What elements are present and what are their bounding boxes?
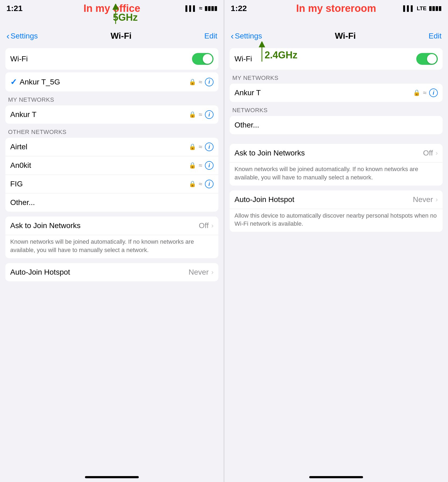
label-5ghz: 5GHz — [113, 12, 138, 23]
wifi-toggle-section-left: Wi-Fi — [5, 48, 218, 70]
auto-join-label-right: Auto-Join Hotspot — [234, 195, 294, 204]
status-icons-right: ▌▌▌ LTE ▮▮▮▮ — [403, 5, 442, 12]
network-fig: FIG — [10, 180, 23, 188]
home-indicator-left — [85, 476, 139, 478]
battery-icon-right: ▮▮▮▮ — [429, 5, 442, 12]
auto-join-row-right[interactable]: Auto-Join Hotspot Never › — [230, 190, 443, 209]
chevron-icon-ask-join-right: › — [436, 149, 438, 157]
status-icons-left: ▌▌▌ ≈ ▮▮▮▮ — [185, 5, 217, 12]
ask-join-value-right: Off — [423, 149, 433, 157]
wifi-icon-airtel: ≈ — [199, 143, 202, 151]
ask-join-section-right: Ask to Join Networks Off › Known network… — [230, 144, 443, 186]
my-networks-label-right: MY NETWORKS — [230, 75, 443, 84]
chevron-icon-auto-join-left: › — [211, 268, 214, 276]
info-icon-fig[interactable]: i — [205, 180, 214, 188]
chevron-icon-ask-join-left: › — [211, 222, 214, 229]
ask-join-row-right[interactable]: Ask to Join Networks Off › — [230, 144, 443, 162]
wifi-toggle-right[interactable] — [416, 53, 438, 65]
wifi-icon-left: ≈ — [199, 5, 202, 12]
network-other-right: Other... — [234, 121, 259, 129]
back-chevron-left: ‹ — [6, 31, 9, 41]
list-item: Airtel 🔒 ≈ i — [5, 138, 218, 156]
toggle-knob-right — [427, 54, 437, 64]
networks-section-right: NETWORKS Other... — [230, 107, 443, 134]
left-panel: 1:21 In my office ▌▌▌ ≈ ▮▮▮▮ 5GHz ‹ Sett… — [0, 0, 224, 482]
my-networks-section-left: MY NETWORKS Ankur T 🔒 ≈ i — [5, 96, 218, 124]
auto-join-label-left: Auto-Join Hotspot — [10, 268, 70, 277]
wifi-icon-ankurt-right: ≈ — [423, 89, 426, 97]
wifi-signal-icon-connected: ≈ — [199, 78, 202, 86]
info-icon-an0kit[interactable]: i — [205, 161, 214, 170]
edit-button-right[interactable]: Edit — [429, 32, 442, 40]
info-icon-ankurt[interactable]: i — [205, 110, 214, 119]
ask-join-section-left: Ask to Join Networks Off › Known network… — [5, 217, 218, 258]
ask-join-desc-left: Known networks will be joined automatica… — [5, 235, 218, 258]
ask-join-label-right: Ask to Join Networks — [234, 149, 305, 157]
auto-join-row-left[interactable]: Auto-Join Hotspot Never › — [5, 263, 218, 281]
ask-join-desc-right: Known networks will be joined automatica… — [230, 162, 443, 186]
ask-join-value-left: Off — [199, 221, 209, 230]
info-icon-connected[interactable]: i — [205, 78, 214, 86]
auto-join-desc-right: Allow this device to automatically disco… — [230, 209, 443, 232]
list-item: Ankur T 🔒 ≈ i — [5, 105, 218, 124]
list-item: Other... — [5, 193, 218, 212]
checkmark-icon: ✓ — [10, 77, 17, 87]
chevron-icon-auto-join-right: › — [436, 196, 438, 203]
ask-join-label-left: Ask to Join Networks — [10, 221, 80, 230]
connected-network-section: ✓ Ankur T_5G 🔒 ≈ i — [5, 72, 218, 91]
lock-icon-ankurt-right: 🔒 — [413, 89, 420, 96]
auto-join-value-right: Never — [413, 195, 433, 204]
lock-icon-connected: 🔒 — [189, 79, 196, 86]
signal-icon-left: ▌▌▌ — [185, 5, 197, 12]
wifi-label-right: Wi-Fi — [234, 55, 252, 63]
back-button-left[interactable]: ‹ Settings — [6, 31, 38, 41]
location-label-right: In my storeroom — [296, 2, 376, 14]
info-icon-airtel[interactable]: i — [205, 143, 214, 151]
list-item: FIG 🔒 ≈ i — [5, 175, 218, 193]
connected-network-name: Ankur T_5G — [20, 78, 60, 86]
auto-join-section-right: Auto-Join Hotspot Never › Allow this dev… — [230, 190, 443, 232]
status-bar-right: 1:22 In my storeroom ▌▌▌ LTE ▮▮▮▮ — [224, 0, 448, 15]
info-icon-ankurt-right[interactable]: i — [429, 88, 438, 97]
wifi-toggle-left[interactable] — [192, 53, 214, 65]
nav-title-left: Wi-Fi — [111, 31, 131, 41]
time-right: 1:22 — [231, 4, 247, 13]
my-networks-section-right: MY NETWORKS Ankur T 🔒 ≈ i — [230, 75, 443, 102]
lte-icon-right: LTE — [417, 5, 426, 12]
back-chevron-right: ‹ — [231, 31, 234, 41]
lock-icon-airtel: 🔒 — [189, 143, 196, 150]
other-networks-section: OTHER NETWORKS Airtel 🔒 ≈ i An0kit 🔒 ≈ i — [5, 129, 218, 212]
right-panel: 1:22 In my storeroom ▌▌▌ LTE ▮▮▮▮ 2.4GHz… — [224, 0, 448, 482]
lock-icon-fig: 🔒 — [189, 180, 196, 187]
my-networks-label-left: MY NETWORKS — [5, 96, 218, 105]
network-other-left: Other... — [10, 198, 35, 207]
nav-bar-left: ‹ Settings Wi-Fi Edit — [0, 28, 224, 44]
signal-icon-right: ▌▌▌ — [403, 5, 415, 12]
network-name-ankur-t: Ankur T — [10, 110, 37, 119]
lock-icon-an0kit: 🔒 — [189, 162, 196, 169]
wifi-icon-ankurt: ≈ — [199, 111, 202, 118]
back-label-left: Settings — [10, 32, 38, 40]
wifi-label-left: Wi-Fi — [10, 55, 28, 63]
back-label-right: Settings — [235, 32, 262, 40]
toggle-knob-left — [203, 54, 212, 64]
network-name-ankur-t-right: Ankur T — [234, 88, 261, 97]
back-button-right[interactable]: ‹ Settings — [231, 31, 262, 41]
list-item: An0kit 🔒 ≈ i — [5, 156, 218, 175]
network-airtel: Airtel — [10, 143, 27, 151]
lock-icon-ankurt: 🔒 — [189, 111, 196, 118]
list-item: Other... — [230, 116, 443, 134]
wifi-icon-fig: ≈ — [199, 180, 202, 188]
other-networks-label: OTHER NETWORKS — [5, 129, 218, 138]
nav-title-right: Wi-Fi — [335, 31, 356, 41]
auto-join-value-left: Never — [189, 268, 209, 277]
auto-join-section-left: Auto-Join Hotspot Never › — [5, 263, 218, 281]
home-indicator-right — [309, 476, 363, 478]
battery-icon-left: ▮▮▮▮ — [204, 5, 217, 12]
edit-button-left[interactable]: Edit — [204, 32, 217, 40]
ask-join-row-left[interactable]: Ask to Join Networks Off › — [5, 217, 218, 235]
wifi-icon-an0kit: ≈ — [199, 162, 202, 169]
label-24ghz: 2.4GHz — [265, 49, 297, 61]
list-item: Ankur T 🔒 ≈ i — [230, 84, 443, 102]
networks-label-right: NETWORKS — [230, 107, 443, 116]
